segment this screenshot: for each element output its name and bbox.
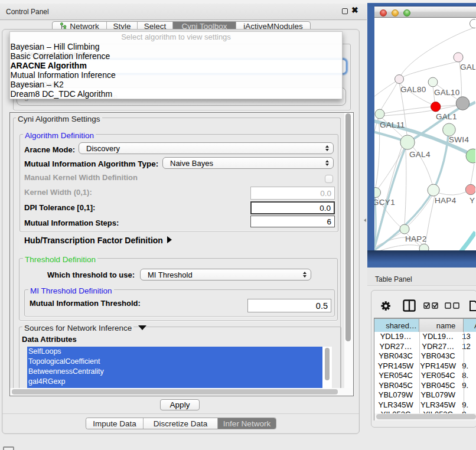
svg-text:GAL80: GAL80	[400, 85, 426, 94]
svg-text:GAL: GAL	[460, 63, 475, 71]
svg-text:Y: Y	[470, 196, 475, 205]
svg-text:SWI4: SWI4	[449, 135, 469, 144]
svg-text:HAP4: HAP4	[435, 196, 457, 205]
svg-text:GCY1: GCY1	[374, 198, 395, 207]
svg-text:GAL11: GAL11	[380, 120, 405, 129]
svg-text:GAL4: GAL4	[409, 150, 431, 159]
svg-text:HAP2: HAP2	[405, 234, 426, 243]
svg-text:GAL1: GAL1	[436, 112, 457, 121]
svg-text:GAL10: GAL10	[434, 88, 460, 97]
